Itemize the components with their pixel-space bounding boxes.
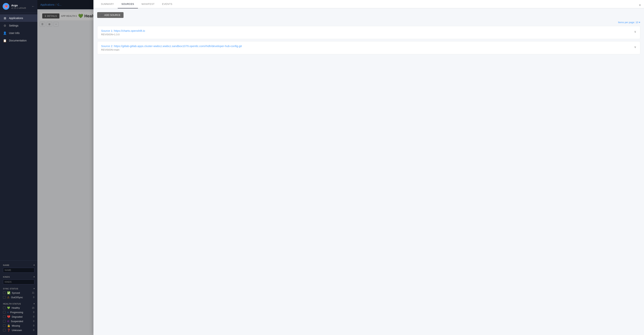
progressing-label: Progressing	[10, 311, 32, 314]
degraded-status-icon: 💔	[7, 315, 10, 318]
missing-checkbox[interactable]	[3, 324, 6, 327]
filter-health-label[interactable]: HEALTH STATUS ▾	[3, 302, 34, 306]
filter-kinds-section: KINDS ▾	[0, 274, 38, 286]
source-card-1[interactable]: Source 1: https://charts.openshift.io RE…	[97, 26, 640, 39]
sync-collapse-icon: ▾	[33, 287, 34, 290]
unknown-checkbox[interactable]	[3, 329, 6, 332]
suspended-count: 0	[33, 320, 34, 323]
progressing-status-icon: ○	[7, 311, 8, 314]
argo-emoji: 🐙	[4, 4, 8, 8]
plus-icon: ➕	[100, 14, 103, 16]
settings-icon: ⚙	[3, 24, 7, 27]
sidebar-filters: NAME ▾ KINDS ▾ SYNC STATUS ▾ ✅ Synced 1	[0, 260, 38, 335]
filter-progressing-row[interactable]: ○ Progressing 0	[3, 310, 34, 315]
back-button[interactable]: ←	[32, 4, 35, 8]
progressing-count: 0	[33, 311, 34, 314]
source-card-2[interactable]: Source 2: https://gitlab-gitlab.apps.clu…	[97, 41, 640, 54]
degraded-count: 0	[33, 316, 34, 318]
modal-content: ➕ ADD SOURCE Items per page: 10 ▾ Source…	[94, 8, 644, 335]
filter-unknown-row[interactable]: ❓ Unknown 0	[3, 328, 34, 333]
filter-suspended-row[interactable]: ⊘ Suspended 0	[3, 319, 34, 324]
synced-status-icon: ✅	[7, 291, 10, 294]
filter-synced-row[interactable]: ✅ Synced 11	[3, 291, 34, 295]
kinds-filter-input[interactable]	[3, 280, 34, 284]
healthy-checkbox[interactable]	[3, 307, 6, 309]
name-filter-input[interactable]	[3, 268, 34, 273]
unknown-label: Unknown	[12, 329, 32, 332]
source-1-url: Source 1: https://charts.openshift.io	[101, 29, 145, 32]
sidebar-label-settings: Settings	[9, 24, 18, 27]
unknown-status-icon: ❓	[7, 329, 10, 332]
filter-name-label[interactable]: NAME ▾	[3, 263, 34, 267]
filter-out-of-sync-row[interactable]: ⚠ OutOfSync 0	[3, 295, 34, 300]
out-of-sync-count: 0	[33, 296, 34, 299]
out-of-sync-label: OutOfSync	[11, 296, 32, 299]
sidebar-label-documentation: Documentation	[9, 39, 26, 42]
source-2-info: Source 2: https://gitlab-gitlab.apps.clu…	[101, 44, 242, 51]
suspended-status-icon: ⊘	[7, 320, 9, 323]
items-per-page[interactable]: Items per page: 10 ▾	[97, 21, 640, 24]
tab-events[interactable]: EVENTS	[158, 0, 176, 8]
filter-healthy-row[interactable]: 💚 Healthy 15	[3, 306, 34, 310]
user-icon: 👤	[3, 31, 7, 35]
missing-count: 0	[33, 324, 34, 327]
argo-avatar: 🐙	[2, 3, 9, 10]
modal-backdrop[interactable]	[38, 0, 94, 335]
degraded-label: Degraded	[12, 316, 32, 318]
synced-label: Synced	[12, 292, 30, 294]
sidebar: 🐙 Argo v2.13.1+af54ef8 ← ⊞ Applications …	[0, 0, 38, 335]
filter-name-section: NAME ▾	[0, 262, 38, 274]
tab-manifest[interactable]: MANIFEST	[138, 0, 158, 8]
applications-icon: ⊞	[3, 16, 7, 20]
filter-sync-section: SYNC STATUS ▾ ✅ Synced 11 ⚠ OutOfSync 0	[0, 286, 38, 301]
modal-panel: × SUMMARY SOURCES MANIFEST EVENTS	[94, 0, 644, 335]
sidebar-nav: ⊞ Applications ⚙ Settings 👤 User Info 📋 …	[0, 13, 38, 260]
sidebar-item-settings[interactable]: ⚙ Settings	[0, 22, 38, 29]
filter-degraded-row[interactable]: 💔 Degraded 0	[3, 315, 34, 319]
filter-kinds-label[interactable]: KINDS ▾	[3, 275, 34, 279]
app-name: Argo	[11, 4, 26, 7]
source-2-url: Source 2: https://gitlab-gitlab.apps.clu…	[101, 44, 242, 48]
sidebar-item-user-info[interactable]: 👤 User Info	[0, 29, 38, 37]
progressing-checkbox[interactable]	[3, 311, 6, 314]
sidebar-item-applications[interactable]: ⊞ Applications	[0, 14, 38, 22]
synced-checkbox[interactable]	[3, 292, 6, 294]
source-1-revision: REVISION=1.3.0	[101, 33, 145, 36]
degraded-checkbox[interactable]	[3, 316, 6, 318]
filter-health-section: HEALTH STATUS ▾ 💚 Healthy 15 ○ Progressi…	[0, 301, 38, 334]
modal-close-button[interactable]: ×	[639, 3, 641, 7]
health-collapse-icon: ▾	[33, 303, 34, 305]
source-2-chevron-icon: ∨	[634, 45, 636, 49]
name-collapse-icon: ▾	[33, 264, 34, 266]
healthy-label: Healthy	[12, 307, 30, 309]
suspended-label: Suspended	[11, 320, 32, 323]
add-source-button[interactable]: ➕ ADD SOURCE	[97, 12, 124, 18]
filter-missing-row[interactable]: 🔒 Missing 0	[3, 324, 34, 328]
filter-sync-label[interactable]: SYNC STATUS ▾	[3, 287, 34, 291]
sidebar-label-user-info: User Info	[9, 31, 20, 34]
healthy-status-icon: 💚	[7, 307, 10, 309]
logo-text: Argo v2.13.1+af54ef8	[11, 4, 26, 9]
main-area: Applications / C... ℹ DETAILS APP HEALTH…	[38, 0, 644, 335]
sidebar-label-applications: Applications	[9, 17, 23, 19]
modal-overlay: × SUMMARY SOURCES MANIFEST EVENTS	[38, 0, 644, 335]
source-1-info: Source 1: https://charts.openshift.io RE…	[101, 29, 145, 36]
out-of-sync-status-icon: ⚠	[7, 296, 10, 299]
kinds-collapse-icon: ▾	[33, 276, 34, 278]
tab-summary[interactable]: SUMMARY	[97, 0, 118, 8]
tab-sources[interactable]: SOURCES	[118, 0, 138, 8]
source-2-revision: REVISION=main	[101, 48, 242, 51]
sidebar-logo: 🐙 Argo v2.13.1+af54ef8 ←	[0, 0, 38, 13]
synced-count: 11	[32, 292, 34, 294]
unknown-count: 0	[33, 329, 34, 332]
suspended-checkbox[interactable]	[3, 320, 6, 323]
modal-tabs: SUMMARY SOURCES MANIFEST EVENTS	[94, 0, 644, 8]
app-version: v2.13.1+af54ef8	[11, 7, 26, 9]
missing-label: Missing	[12, 324, 32, 327]
missing-status-icon: 🔒	[7, 324, 10, 327]
sidebar-item-documentation[interactable]: 📋 Documentation	[0, 37, 38, 44]
docs-icon: 📋	[3, 39, 7, 42]
source-1-chevron-icon: ∨	[634, 30, 636, 33]
out-of-sync-checkbox[interactable]	[3, 296, 6, 299]
healthy-count: 15	[32, 307, 34, 309]
